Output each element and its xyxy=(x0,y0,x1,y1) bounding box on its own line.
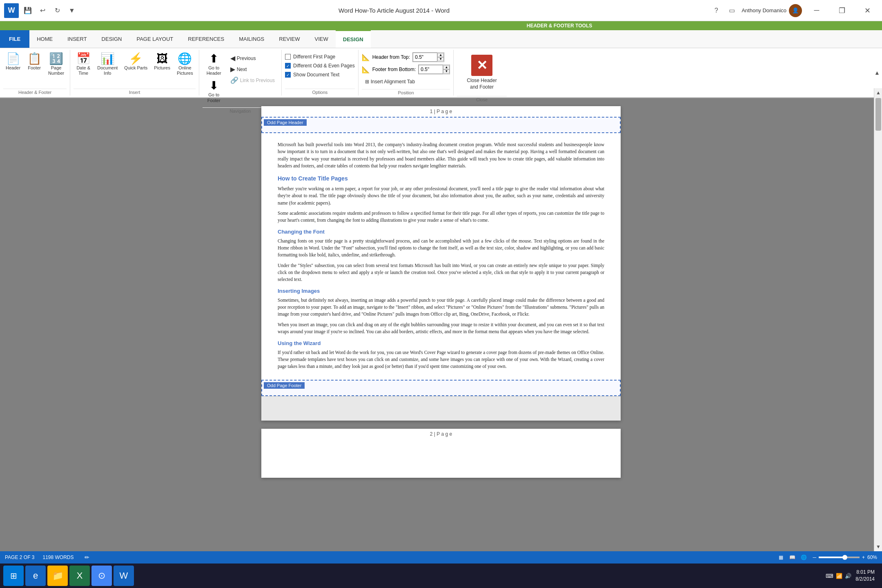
go-to-footer-button[interactable]: ⬇ Go toFooter xyxy=(203,78,225,105)
scrollbar-thumb[interactable] xyxy=(875,98,881,131)
help-icon[interactable]: ? xyxy=(710,5,722,16)
page-1-header[interactable]: Odd Page Header xyxy=(261,117,621,133)
header-from-top-value: 0.5" xyxy=(413,53,437,62)
chrome-button[interactable]: ⊙ xyxy=(91,566,112,586)
customize-icon[interactable]: ▼ xyxy=(66,5,78,16)
page-1-footer[interactable]: Odd Page Footer xyxy=(261,380,621,396)
read-mode-icon[interactable]: 📖 xyxy=(787,553,797,561)
zoom-slider[interactable] xyxy=(819,557,860,558)
zoom-in-icon[interactable]: + xyxy=(862,555,865,560)
h2-title-pages: How to Create Title Pages xyxy=(278,174,604,183)
footer-spinner-down[interactable]: ▼ xyxy=(443,69,450,74)
network-icon: 📶 xyxy=(836,573,842,579)
header-footer-group-label: Header & Footer xyxy=(3,89,67,96)
redo-icon[interactable]: ↻ xyxy=(51,5,63,16)
tab-file[interactable]: FILE xyxy=(0,30,29,48)
show-document-text-check: ✓ xyxy=(285,72,291,78)
link-to-previous-button[interactable]: 🔗 Link to Previous xyxy=(227,75,278,85)
tab-view[interactable]: VIEW xyxy=(307,30,336,48)
header-label: Header xyxy=(6,65,20,71)
restore-button[interactable]: ❐ xyxy=(831,3,853,18)
scroll-up-button[interactable]: ▲ xyxy=(874,88,882,97)
print-layout-icon[interactable]: ▦ xyxy=(776,553,786,561)
tab-review[interactable]: REVIEW xyxy=(272,30,307,48)
document-area[interactable]: 1 | P a g e Odd Page Header Microsoft ha… xyxy=(0,98,882,555)
close-header-footer-button[interactable]: ✕ Close Headerand Footer xyxy=(460,51,503,94)
quick-parts-button[interactable]: ⚡ Quick Parts xyxy=(122,51,150,72)
ribbon-content: 📄 Header 📋 Footer 🔢 PageNumber Header & … xyxy=(0,48,882,97)
footer-from-bottom-value: 0.5" xyxy=(419,65,443,74)
ribbon-group-close: ✕ Close Headerand Footer Close xyxy=(454,50,510,96)
minimize-button[interactable]: ─ xyxy=(806,3,827,18)
header-spinner-up[interactable]: ▲ xyxy=(437,53,444,57)
odd-page-header-label: Odd Page Header xyxy=(264,119,307,126)
ribbon-display-icon[interactable]: ▭ xyxy=(726,5,737,16)
previous-icon: ◀ xyxy=(230,54,235,62)
close-button[interactable]: ✕ xyxy=(857,3,878,18)
zoom-out-icon[interactable]: ─ xyxy=(813,555,816,560)
footer-from-bottom-input[interactable]: 0.5" ▲ ▼ xyxy=(418,65,450,74)
explorer-button[interactable]: 📁 xyxy=(47,566,68,586)
position-group-label: Position xyxy=(362,89,450,96)
tab-design[interactable]: DESIGN xyxy=(94,30,129,48)
link-to-previous-label: Link to Previous xyxy=(240,78,275,83)
show-document-text-checkbox[interactable]: ✓ Show Document Text xyxy=(285,71,355,78)
h3-changing-font: Changing the Font xyxy=(278,228,604,236)
link-to-previous-icon: 🔗 xyxy=(230,76,238,84)
tab-page-layout[interactable]: PAGE LAYOUT xyxy=(129,30,180,48)
undo-icon[interactable]: ↩ xyxy=(37,5,48,16)
user-avatar: 👤 xyxy=(789,4,802,17)
edit-document-icon[interactable]: ✏ xyxy=(82,552,92,562)
zoom-thumb[interactable] xyxy=(842,555,847,560)
page-1-number: 1 | P a g e xyxy=(261,106,621,117)
save-icon[interactable]: 💾 xyxy=(22,5,33,16)
word-button[interactable]: W xyxy=(114,566,134,586)
scroll-down-button[interactable]: ▼ xyxy=(874,542,882,551)
tab-mailings[interactable]: MAILINGS xyxy=(232,30,272,48)
taskbar: ⊞ e 📁 X ⊙ W ⌨ 📶 🔊 8:01 PM 8/2/2014 xyxy=(0,564,882,588)
footer-button[interactable]: 📋 Footer xyxy=(24,51,44,72)
pictures-button[interactable]: 🖼 Pictures xyxy=(151,51,173,72)
go-to-footer-icon: ⬇ xyxy=(209,80,218,91)
excel-button[interactable]: X xyxy=(69,566,90,586)
document-info-button[interactable]: 📊 DocumentInfo xyxy=(95,51,120,78)
online-pictures-label: OnlinePictures xyxy=(177,65,193,76)
different-first-page-checkbox[interactable]: Different First Page xyxy=(285,53,355,60)
odd-page-footer-label: Odd Page Footer xyxy=(264,382,305,389)
ie-button[interactable]: e xyxy=(25,566,46,586)
insert-alignment-tab-button[interactable]: ⊞ Insert Alignment Tab xyxy=(362,78,450,86)
changing-font-p1: Changing fonts on your title page is a p… xyxy=(278,238,604,259)
different-odd-even-checkbox[interactable]: ✓ Different Odd & Even Pages xyxy=(285,62,355,69)
header-footer-tools-bar: HEADER & FOOTER TOOLS xyxy=(0,21,882,30)
previous-button[interactable]: ◀ Previous xyxy=(227,53,278,63)
volume-icon: 🔊 xyxy=(845,573,851,579)
date-time-icon: 📅 xyxy=(76,53,91,65)
start-button[interactable]: ⊞ xyxy=(3,566,24,586)
date-time-button[interactable]: 📅 Date &Time xyxy=(74,51,93,78)
user-info[interactable]: Anthony Domanico 👤 xyxy=(742,4,802,17)
online-pictures-button[interactable]: 🌐 OnlinePictures xyxy=(174,51,196,78)
insert-items: 📅 Date &Time 📊 DocumentInfo ⚡ Quick Part… xyxy=(74,50,196,88)
tab-home[interactable]: HOME xyxy=(29,30,60,48)
taskbar-right: ⌨ 📶 🔊 8:01 PM 8/2/2014 xyxy=(826,569,879,583)
document-info-icon: 📊 xyxy=(100,53,115,65)
close-x-icon: ✕ xyxy=(471,55,492,76)
tab-references[interactable]: REFERENCES xyxy=(180,30,232,48)
changing-font-p2: Under the "Styles" subsection, you can s… xyxy=(278,262,604,283)
word-count: 1198 WORDS xyxy=(42,555,74,560)
tab-insert[interactable]: INSERT xyxy=(60,30,94,48)
header-spinner-down[interactable]: ▼ xyxy=(437,57,444,61)
tab-design-hf[interactable]: DESIGN xyxy=(336,30,371,48)
footer-spinner-up[interactable]: ▲ xyxy=(443,65,450,69)
header-button[interactable]: 📄 Header xyxy=(3,51,23,72)
clock-time: 8:01 PM xyxy=(855,569,875,576)
inserting-images-p1: Sometimes, but definitely not always, in… xyxy=(278,297,604,318)
ribbon-group-header-footer: 📄 Header 📋 Footer 🔢 PageNumber Header & … xyxy=(0,50,70,96)
go-to-header-button[interactable]: ⬆ Go toHeader xyxy=(203,51,225,78)
header-from-top-input[interactable]: 0.5" ▲ ▼ xyxy=(412,52,444,62)
header-from-top-icon: 📐 xyxy=(362,53,370,61)
web-layout-icon[interactable]: 🌐 xyxy=(799,553,808,561)
zoom-controls: ─ + 60% xyxy=(813,555,877,560)
page-number-button[interactable]: 🔢 PageNumber xyxy=(46,51,67,78)
next-button[interactable]: ▶ Next xyxy=(227,64,278,74)
